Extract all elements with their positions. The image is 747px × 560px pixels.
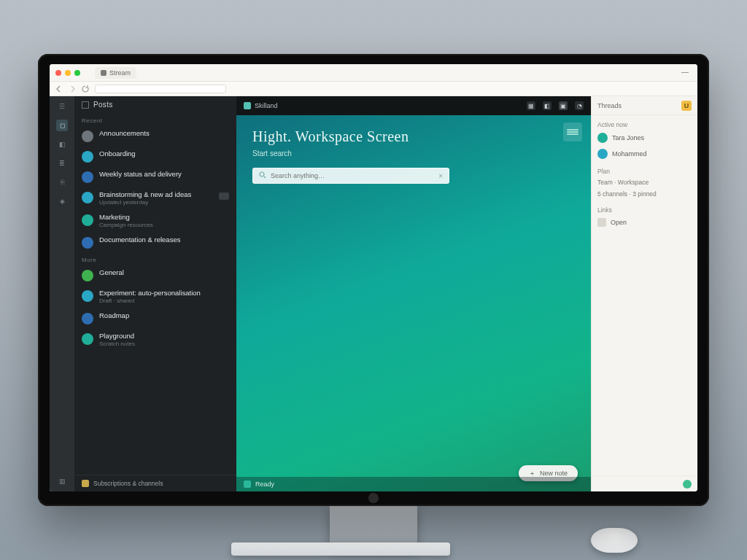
sidebar-item[interactable]: Weekly status and delivery xyxy=(74,166,236,187)
right-panel-title: Threads xyxy=(597,102,622,109)
bell-icon[interactable]: ◔ xyxy=(575,101,584,110)
inbox-icon[interactable]: ▣ xyxy=(559,101,568,110)
avatar-icon xyxy=(82,214,93,226)
sidebar-item-title: Documentation & releases xyxy=(99,236,180,244)
avatar-icon xyxy=(597,133,608,143)
menu-icon[interactable]: ☰ xyxy=(56,101,68,112)
overflow-icon[interactable] xyxy=(681,72,689,73)
avatar-icon xyxy=(82,237,93,249)
right-section-label: Active now xyxy=(592,115,697,130)
list-icon[interactable]: ≣ xyxy=(56,158,68,169)
mouse xyxy=(591,528,638,553)
sidebar-item[interactable]: General xyxy=(74,265,236,285)
page-subtitle: Start search xyxy=(252,149,575,158)
avatar-icon xyxy=(82,171,93,183)
person-name: Tara Jones xyxy=(612,134,692,141)
sidebar-item-title: Brainstorming & new ad ideas xyxy=(99,190,191,198)
avatar-icon xyxy=(82,131,93,142)
info-line: Team · Workspace xyxy=(592,176,697,188)
address-bar[interactable] xyxy=(95,85,226,93)
close-icon[interactable] xyxy=(55,70,61,76)
clear-icon[interactable]: × xyxy=(438,172,443,180)
workspace: ☰ ◻ ◧ ≣ ⎘ ◈ ▥ Posts Recent A xyxy=(50,96,697,491)
sidebar-item-title: Experiment: auto-personalisation xyxy=(99,289,201,297)
forward-icon[interactable] xyxy=(69,85,76,93)
tag-icon[interactable]: ◈ xyxy=(56,195,68,207)
grid-icon[interactable]: ▦ xyxy=(527,101,535,110)
sidebar-item[interactable]: Roadmap xyxy=(74,308,236,328)
sidebar-item[interactable]: Documentation & releases xyxy=(74,232,236,252)
sidebar-item-desc: Updated yesterday xyxy=(99,199,191,206)
sidebar-item[interactable]: Marketing Campaign resources xyxy=(74,209,236,232)
new-note-label: New note xyxy=(540,470,568,477)
tab-label: Stream xyxy=(109,69,131,77)
right-panel-footer xyxy=(592,475,697,491)
minimize-icon[interactable] xyxy=(65,70,71,76)
apps-icon[interactable]: ◧ xyxy=(543,101,551,110)
sidebar-header: Posts xyxy=(74,96,236,113)
status-icon xyxy=(244,481,251,488)
window-controls xyxy=(55,70,80,76)
sidebar-item[interactable]: Playground Scratch notes xyxy=(74,328,236,351)
link-label: Open xyxy=(611,219,692,226)
right-section-label: Links xyxy=(592,201,697,215)
sidebar-items: Announcements Onboarding Weekly status a… xyxy=(74,125,236,475)
sidebar-heading: Posts xyxy=(93,101,113,109)
folder-icon[interactable]: ▥ xyxy=(56,475,68,487)
brand-icon xyxy=(244,102,251,109)
search-input[interactable] xyxy=(271,172,434,179)
link-icon[interactable]: ⎘ xyxy=(56,176,68,188)
monitor-frame: Stream ☰ ◻ ◧ ≣ ⎘ ◈ xyxy=(38,54,709,506)
avatar-icon xyxy=(82,151,93,163)
sidebar-item-title: Playground xyxy=(99,332,135,340)
browser-tab[interactable]: Stream xyxy=(95,67,136,79)
sidebar: Posts Recent Announcements Onboarding We… xyxy=(74,96,236,491)
back-icon[interactable] xyxy=(55,85,63,93)
sidebar-item[interactable]: Announcements xyxy=(74,125,236,146)
status-bar: Ready xyxy=(236,477,591,491)
avatar-icon xyxy=(82,313,93,324)
avatar-icon xyxy=(82,290,93,302)
sidebar-item-title: Marketing xyxy=(99,213,153,221)
monitor-stand xyxy=(330,503,417,547)
avatar-icon xyxy=(82,270,93,281)
sidebar-footer-label: Subscriptions & channels xyxy=(93,480,163,487)
sidebar-item[interactable]: Experiment: auto-personalisation Draft ·… xyxy=(74,285,236,308)
svg-point-0 xyxy=(260,172,264,176)
link-item[interactable]: Open xyxy=(592,215,697,230)
maximize-icon[interactable] xyxy=(74,70,80,76)
search-field[interactable]: × xyxy=(252,168,449,184)
sidebar-item[interactable]: Onboarding xyxy=(74,146,236,166)
sidebar-item-title: Roadmap xyxy=(99,311,129,319)
person-item[interactable]: Mohammed xyxy=(592,146,697,162)
home-icon[interactable]: ◻ xyxy=(56,120,68,131)
unread-badge-icon xyxy=(219,192,229,200)
sidebar-section-label: More xyxy=(74,252,236,265)
account-badge[interactable]: U xyxy=(681,101,692,111)
page-title: Hight. Workspace Screen xyxy=(252,128,575,145)
sidebar-item-title: Onboarding xyxy=(99,149,136,158)
keyboard xyxy=(231,542,450,556)
info-line: 5 channels · 3 pinned xyxy=(592,188,697,200)
nav-rail: ☰ ◻ ◧ ≣ ⎘ ◈ ▥ xyxy=(50,96,74,491)
sidebar-item[interactable]: Brainstorming & new ad ideas Updated yes… xyxy=(74,187,236,209)
reload-icon[interactable] xyxy=(82,85,89,93)
status-label: Ready xyxy=(255,481,274,488)
main-pane: Skilland ▦ ◧ ▣ ◔ Hight. Workspace Screen… xyxy=(236,96,591,491)
sidebar-item-title: Announcements xyxy=(99,129,150,137)
brand-label: Skilland xyxy=(255,102,278,109)
sidebar-item-title: General xyxy=(99,268,124,276)
sidebar-footer[interactable]: Subscriptions & channels xyxy=(74,475,236,491)
person-name: Mohammed xyxy=(612,150,692,158)
sidebar-item-title: Weekly status and delivery xyxy=(99,170,182,178)
chat-icon[interactable]: ◧ xyxy=(56,139,68,150)
right-section-label: Plan xyxy=(592,162,697,176)
app-brand[interactable]: Skilland xyxy=(244,102,278,109)
right-panel-header: Threads U xyxy=(592,96,697,115)
sidebar-item-desc: Draft · shared xyxy=(99,298,201,304)
sidebar-section-label: Recent xyxy=(74,113,236,125)
link-icon xyxy=(597,218,606,227)
workspace-icon xyxy=(82,101,89,109)
main-body: Hight. Workspace Screen Start search × ＋… xyxy=(236,115,591,491)
person-item[interactable]: Tara Jones xyxy=(592,130,697,146)
